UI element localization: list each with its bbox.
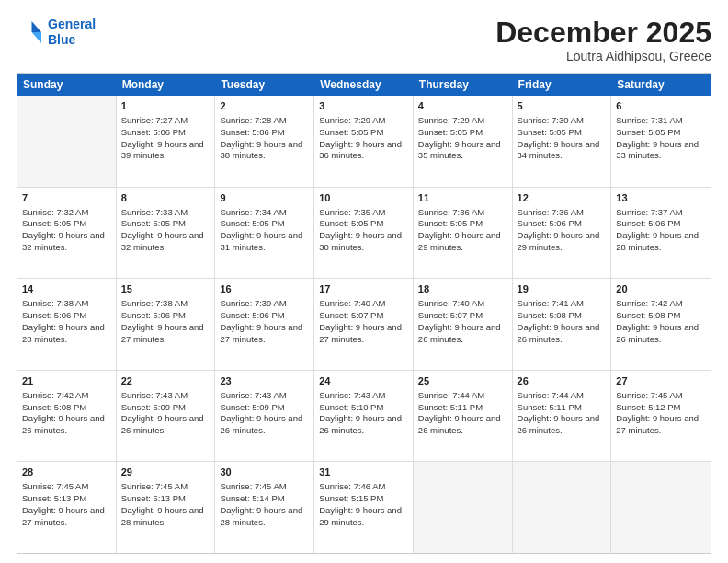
header: General Blue December 2025 Loutra Aidhip… — [17, 17, 711, 63]
calendar-cell: 25Sunrise: 7:44 AMSunset: 5:11 PMDayligh… — [414, 371, 513, 462]
calendar-cell: 7Sunrise: 7:32 AMSunset: 5:05 PMDaylight… — [17, 188, 117, 279]
daylight: Daylight: 9 hours and 30 minutes. — [319, 230, 402, 252]
sunrise: Sunrise: 7:31 AM — [616, 115, 682, 125]
sunrise: Sunrise: 7:30 AM — [518, 115, 584, 125]
calendar-cell: 19Sunrise: 7:41 AMSunset: 5:08 PMDayligh… — [513, 279, 612, 370]
calendar-cell: 24Sunrise: 7:43 AMSunset: 5:10 PMDayligh… — [314, 371, 414, 462]
calendar-week-5: 28Sunrise: 7:45 AMSunset: 5:13 PMDayligh… — [17, 462, 711, 553]
sunrise: Sunrise: 7:40 AM — [418, 298, 484, 308]
sunset: Sunset: 5:11 PM — [518, 402, 582, 412]
calendar-cell: 22Sunrise: 7:43 AMSunset: 5:09 PMDayligh… — [117, 371, 216, 462]
daylight: Daylight: 9 hours and 29 minutes. — [418, 230, 501, 252]
sunset: Sunset: 5:08 PM — [22, 402, 86, 412]
sunrise: Sunrise: 7:29 AM — [319, 115, 385, 125]
sunrise: Sunrise: 7:32 AM — [22, 207, 88, 217]
day-number: 16 — [220, 282, 309, 296]
day-number: 24 — [319, 374, 408, 388]
sunset: Sunset: 5:13 PM — [121, 493, 186, 503]
sunrise: Sunrise: 7:35 AM — [319, 207, 385, 217]
sunset: Sunset: 5:11 PM — [418, 402, 483, 412]
calendar-cell: 17Sunrise: 7:40 AMSunset: 5:07 PMDayligh… — [314, 279, 414, 370]
sunrise: Sunrise: 7:36 AM — [518, 207, 584, 217]
sunrise: Sunrise: 7:38 AM — [22, 298, 88, 308]
sunset: Sunset: 5:06 PM — [121, 127, 186, 137]
daylight: Daylight: 9 hours and 38 minutes. — [220, 139, 302, 161]
daylight: Daylight: 9 hours and 26 minutes. — [418, 322, 501, 344]
sunset: Sunset: 5:05 PM — [319, 127, 383, 137]
sunset: Sunset: 5:06 PM — [616, 218, 680, 228]
sunrise: Sunrise: 7:45 AM — [22, 481, 88, 491]
sunset: Sunset: 5:06 PM — [518, 218, 582, 228]
sunset: Sunset: 5:06 PM — [121, 310, 186, 320]
sunset: Sunset: 5:05 PM — [418, 127, 483, 137]
day-number: 15 — [121, 282, 210, 296]
sunset: Sunset: 5:08 PM — [616, 310, 680, 320]
sunset: Sunset: 5:07 PM — [418, 310, 483, 320]
daylight: Daylight: 9 hours and 31 minutes. — [220, 230, 302, 252]
calendar-container: Sunday Monday Tuesday Wednesday Thursday… — [17, 73, 711, 554]
sunset: Sunset: 5:05 PM — [418, 218, 483, 228]
day-number: 20 — [616, 282, 706, 296]
day-number: 5 — [518, 99, 607, 113]
day-number: 11 — [418, 191, 507, 205]
sunset: Sunset: 5:05 PM — [220, 218, 284, 228]
sunset: Sunset: 5:08 PM — [518, 310, 582, 320]
calendar-cell: 5Sunrise: 7:30 AMSunset: 5:05 PMDaylight… — [513, 96, 612, 187]
daylight: Daylight: 9 hours and 36 minutes. — [319, 139, 402, 161]
sunrise: Sunrise: 7:45 AM — [220, 481, 286, 491]
sunrise: Sunrise: 7:37 AM — [616, 207, 682, 217]
header-monday: Monday — [117, 74, 216, 96]
daylight: Daylight: 9 hours and 26 minutes. — [418, 413, 501, 435]
calendar-cell: 10Sunrise: 7:35 AMSunset: 5:05 PMDayligh… — [314, 188, 414, 279]
sunset: Sunset: 5:06 PM — [22, 310, 86, 320]
day-number: 7 — [22, 191, 111, 205]
calendar-cell: 4Sunrise: 7:29 AMSunset: 5:05 PMDaylight… — [414, 96, 513, 187]
day-number: 6 — [616, 99, 706, 113]
day-number: 4 — [418, 99, 507, 113]
daylight: Daylight: 9 hours and 27 minutes. — [220, 322, 302, 344]
page: General Blue December 2025 Loutra Aidhip… — [0, 0, 728, 563]
calendar-week-2: 7Sunrise: 7:32 AMSunset: 5:05 PMDaylight… — [17, 188, 711, 280]
daylight: Daylight: 9 hours and 39 minutes. — [121, 139, 204, 161]
calendar-cell: 21Sunrise: 7:42 AMSunset: 5:08 PMDayligh… — [17, 371, 117, 462]
daylight: Daylight: 9 hours and 26 minutes. — [121, 413, 204, 435]
daylight: Daylight: 9 hours and 34 minutes. — [518, 139, 600, 161]
calendar-cell: 26Sunrise: 7:44 AMSunset: 5:11 PMDayligh… — [513, 371, 612, 462]
daylight: Daylight: 9 hours and 35 minutes. — [418, 139, 501, 161]
sunset: Sunset: 5:05 PM — [121, 218, 186, 228]
daylight: Daylight: 9 hours and 27 minutes. — [121, 322, 204, 344]
calendar-cell: 6Sunrise: 7:31 AMSunset: 5:05 PMDaylight… — [611, 96, 711, 187]
day-number: 10 — [319, 191, 408, 205]
sunset: Sunset: 5:06 PM — [220, 310, 284, 320]
month-title: December 2025 — [495, 17, 711, 49]
sunrise: Sunrise: 7:33 AM — [121, 207, 188, 217]
daylight: Daylight: 9 hours and 28 minutes. — [616, 230, 699, 252]
daylight: Daylight: 9 hours and 26 minutes. — [616, 322, 699, 344]
daylight: Daylight: 9 hours and 26 minutes. — [518, 413, 600, 435]
calendar-cell: 18Sunrise: 7:40 AMSunset: 5:07 PMDayligh… — [414, 279, 513, 370]
calendar-week-4: 21Sunrise: 7:42 AMSunset: 5:08 PMDayligh… — [17, 371, 711, 463]
sunset: Sunset: 5:05 PM — [319, 218, 383, 228]
day-number: 13 — [616, 191, 706, 205]
calendar-week-1: 1Sunrise: 7:27 AMSunset: 5:06 PMDaylight… — [17, 96, 711, 188]
day-number: 3 — [319, 99, 408, 113]
daylight: Daylight: 9 hours and 29 minutes. — [319, 505, 402, 527]
day-number: 19 — [518, 282, 607, 296]
day-number: 14 — [22, 282, 111, 296]
calendar-cell: 9Sunrise: 7:34 AMSunset: 5:05 PMDaylight… — [215, 188, 314, 279]
sunrise: Sunrise: 7:27 AM — [121, 115, 188, 125]
sunrise: Sunrise: 7:34 AM — [220, 207, 286, 217]
sunset: Sunset: 5:05 PM — [616, 127, 680, 137]
calendar-cell — [414, 462, 513, 553]
sunrise: Sunrise: 7:29 AM — [418, 115, 484, 125]
sunrise: Sunrise: 7:46 AM — [319, 481, 385, 491]
calendar-cell: 14Sunrise: 7:38 AMSunset: 5:06 PMDayligh… — [17, 279, 117, 370]
sunrise: Sunrise: 7:44 AM — [418, 390, 484, 400]
day-number: 22 — [121, 374, 210, 388]
calendar-cell — [513, 462, 612, 553]
sunset: Sunset: 5:10 PM — [319, 402, 383, 412]
header-wednesday: Wednesday — [314, 74, 414, 96]
day-number: 1 — [121, 99, 210, 113]
daylight: Daylight: 9 hours and 26 minutes. — [319, 413, 402, 435]
sunrise: Sunrise: 7:43 AM — [220, 390, 286, 400]
